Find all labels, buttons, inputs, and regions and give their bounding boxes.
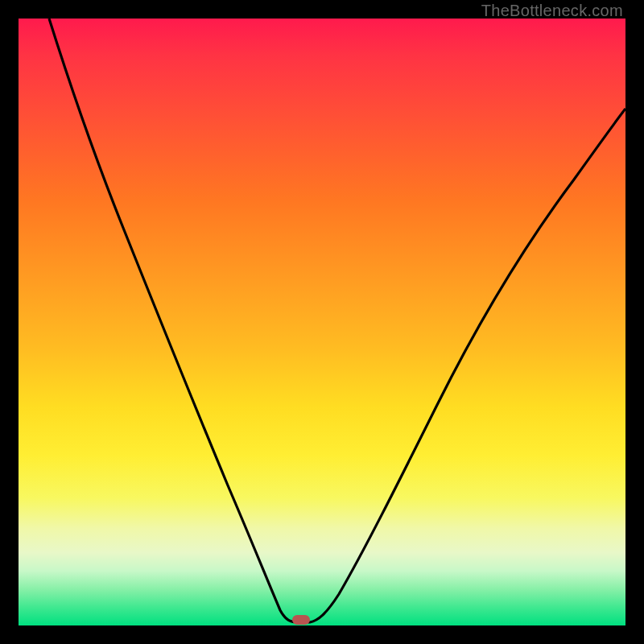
bottleneck-curve: [49, 19, 625, 622]
watermark-text: TheBottleneck.com: [481, 2, 623, 20]
chart-frame: TheBottleneck.com: [0, 0, 644, 644]
optimal-marker: [292, 615, 310, 625]
curve-layer: [19, 19, 625, 625]
